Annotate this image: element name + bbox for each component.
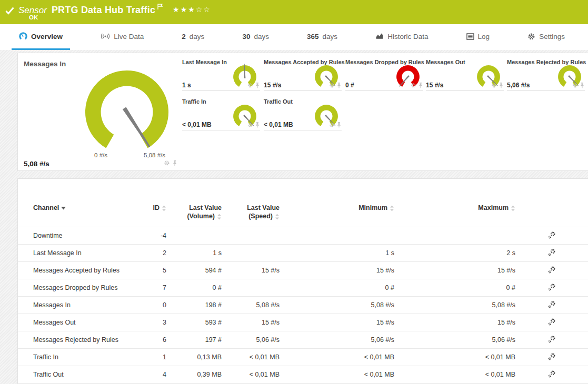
maximum-value: 0 #	[394, 284, 515, 291]
table-row-traffic-out[interactable]: Traffic Out 4 0,39 MB < 0,01 MB < 0,01 M…	[18, 366, 588, 383]
channel-settings-icon[interactable]	[548, 336, 556, 345]
channel-settings-icon[interactable]	[548, 353, 556, 362]
stars-filled: ★★★	[173, 5, 196, 14]
channels-table-panel: Channel ID Last Value (Volume) L	[17, 178, 588, 384]
tab-historic-data[interactable]: Historic Data	[368, 24, 435, 50]
channel-settings-icon[interactable]	[548, 249, 556, 258]
tab-live-data[interactable]: Live Data	[93, 24, 151, 50]
channel-name: Messages Accepted by Rules	[18, 267, 123, 274]
column-header-last-value-volume[interactable]: Last Value (Volume)	[166, 204, 222, 220]
column-header-id[interactable]: ID	[123, 204, 166, 211]
gauge-title: Traffic In	[182, 98, 206, 105]
channel-settings-icon[interactable]	[548, 231, 556, 240]
tab-number: 30	[242, 33, 250, 41]
tab-number: 2	[182, 33, 186, 41]
tab-settings[interactable]: Settings	[520, 24, 572, 50]
tab-log[interactable]: Log	[459, 24, 497, 50]
sensor-page: Sensor PRTG Data Hub Traffic ★★★☆☆ OK Ov…	[0, 0, 588, 384]
column-header-channel[interactable]: Channel	[18, 204, 123, 211]
gauge-min-label: 0 #/s	[71, 152, 107, 158]
column-header-last-value-speed[interactable]: Last Value (Speed)	[222, 204, 280, 220]
channel-id: 2	[123, 249, 166, 257]
gauge-title: Messages Dropped by Rules	[345, 59, 424, 65]
tab-365-days[interactable]: 365 days	[300, 24, 345, 50]
pin-icon[interactable]	[336, 120, 342, 130]
pin-icon[interactable]	[499, 81, 504, 90]
minimum-value: 15 #/s	[280, 319, 394, 326]
channel-name: Messages In	[18, 301, 123, 309]
sort-icon	[162, 205, 166, 211]
maximum-value: 5,08 #/s	[394, 301, 515, 309]
last-value-speed: 15 #/s	[222, 267, 280, 274]
channel-id: -4	[123, 232, 166, 239]
minimum-value: 15 #/s	[280, 267, 394, 274]
channel-settings-icon[interactable]	[548, 370, 556, 379]
channel-gear-icon[interactable]	[491, 81, 497, 90]
tab-overview[interactable]: Overview	[12, 24, 70, 50]
gauge-value: 1 s	[182, 82, 191, 89]
last-value-volume: 197 #	[166, 336, 222, 343]
primary-gauge-tile: Messages In 0 #/s 5,08 #/s 5,08 #/s	[18, 53, 178, 170]
column-header-maximum[interactable]: Maximum	[394, 204, 515, 211]
gauge-title: Messages Accepted by Rules	[264, 59, 345, 65]
channel-id: 6	[123, 336, 166, 343]
sort-icon	[217, 214, 222, 220]
gauge-value: < 0,01 MB	[182, 121, 212, 128]
gauge-max-label: 5,08 #/s	[113, 152, 165, 158]
channel-gear-icon[interactable]	[572, 81, 578, 90]
channel-settings-icon[interactable]	[548, 266, 556, 275]
table-row-downtime[interactable]: Downtime -4	[18, 227, 588, 244]
pin-icon[interactable]	[172, 159, 177, 168]
table-row-last-message-in[interactable]: Last Message In 2 1 s 1 s 2 s	[18, 244, 588, 261]
table-row-messages-rejected[interactable]: Messages Rejected by Rules 6 197 # 5,06 …	[18, 331, 588, 348]
channel-settings-icon[interactable]	[548, 284, 556, 292]
channel-gear-icon[interactable]	[164, 159, 170, 168]
column-header-minimum[interactable]: Minimum	[280, 204, 394, 211]
maximum-value: 15 #/s	[394, 267, 515, 274]
priority-stars[interactable]: ★★★☆☆	[173, 5, 211, 14]
channel-gear-icon[interactable]	[329, 120, 335, 130]
table-row-traffic-in[interactable]: Traffic In 1 0,13 MB < 0,01 MB < 0,01 MB…	[18, 348, 588, 366]
gauge-value: 15 #/s	[264, 82, 281, 89]
channel-id: 4	[123, 371, 166, 378]
table-row-messages-accepted[interactable]: Messages Accepted by Rules 5 594 # 15 #/…	[18, 261, 588, 279]
area-chart-icon	[375, 33, 384, 40]
table-row-messages-in[interactable]: Messages In 0 198 # 5,08 #/s 5,08 #/s 5,…	[18, 296, 588, 314]
table-row-messages-dropped[interactable]: Messages Dropped by Rules 7 0 # 0 # 0 #	[18, 279, 588, 296]
channel-gear-icon[interactable]	[411, 81, 416, 90]
channel-name: Messages Out	[18, 319, 123, 326]
channels-table: Channel ID Last Value (Volume) L	[18, 204, 588, 383]
channel-gear-icon[interactable]	[329, 81, 335, 90]
column-label: Last Value	[247, 204, 280, 213]
gauge-title: Last Message In	[182, 59, 227, 65]
gauge-tile-traffic-in: Traffic In < 0,01 MB	[182, 98, 260, 130]
last-value-volume: 0,39 MB	[166, 371, 222, 378]
tab-2-days[interactable]: 2 days	[174, 24, 212, 50]
minimum-value: 5,08 #/s	[280, 301, 394, 309]
last-value-speed: 5,08 #/s	[222, 301, 280, 309]
column-label: Minimum	[358, 204, 387, 211]
pin-icon[interactable]	[255, 120, 260, 130]
channel-gear-icon[interactable]	[247, 120, 253, 130]
last-value-volume: 198 #	[166, 301, 222, 309]
tab-number: 365	[307, 33, 319, 41]
pin-icon[interactable]	[255, 81, 260, 90]
last-value-speed: < 0,01 MB	[222, 371, 280, 378]
gauge-value: < 0,01 MB	[264, 121, 293, 128]
pin-icon[interactable]	[336, 81, 342, 90]
tab-label: Settings	[539, 33, 565, 41]
gauge-title: Traffic Out	[264, 98, 293, 105]
tab-30-days[interactable]: 30 days	[235, 24, 276, 50]
pin-icon[interactable]	[580, 81, 585, 90]
table-row-messages-out[interactable]: Messages Out 3 593 # 15 #/s 15 #/s 15 #/…	[18, 314, 588, 331]
channel-id: 3	[123, 319, 166, 326]
gauge-value: 5,06 #/s	[507, 82, 530, 89]
flag-icon[interactable]	[157, 3, 163, 12]
pin-icon[interactable]	[418, 81, 423, 90]
gauges-panel: Messages In 0 #/s 5,08 #/s 5,08 #/s	[17, 53, 588, 171]
channel-gear-icon[interactable]	[247, 81, 253, 90]
last-value-volume: 0,13 MB	[166, 353, 222, 361]
channel-settings-icon[interactable]	[548, 318, 556, 327]
last-value-speed: 5,06 #/s	[222, 336, 280, 343]
channel-settings-icon[interactable]	[548, 301, 556, 310]
